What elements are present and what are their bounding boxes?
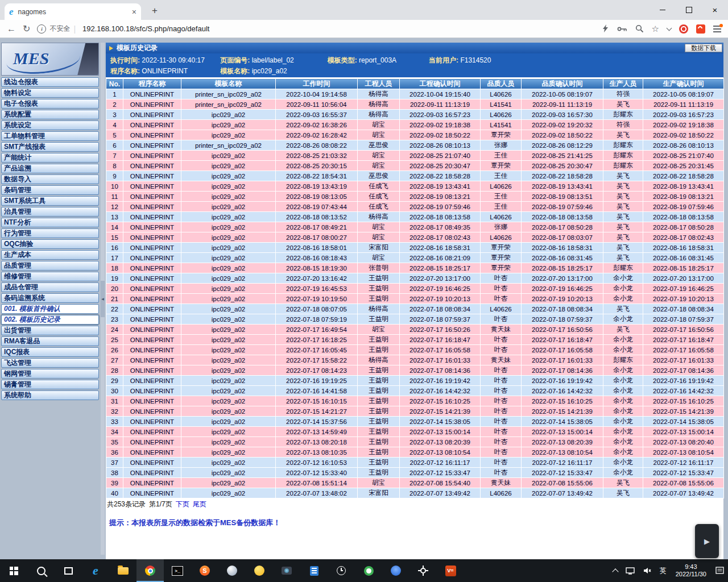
sidebar-item[interactable]: 数据导入 — [1, 174, 99, 184]
sidebar-item[interactable]: 线边仓报表 — [1, 77, 99, 87]
table-cell: 余小龙 — [603, 294, 643, 304]
minimize-button[interactable] — [650, 0, 676, 20]
sidebar-item[interactable]: IQC报表 — [1, 347, 99, 357]
v-app-icon[interactable]: V= — [437, 559, 464, 582]
sidebar-item[interactable]: 产能统计 — [1, 153, 99, 163]
browser-menu-icon[interactable] — [713, 26, 721, 32]
sidebar-item[interactable]: 品质管理 — [1, 261, 99, 271]
sidebar-subitem[interactable]: 001. 模板首件确认 — [1, 304, 99, 314]
app-blue-circle-icon[interactable] — [382, 559, 410, 582]
task-view-button[interactable] — [55, 559, 82, 582]
close-button[interactable]: × — [702, 0, 728, 20]
table-cell: ONLINEPRINT — [123, 345, 181, 355]
sogou-browser-icon[interactable]: S — [191, 559, 218, 582]
sidebar-item[interactable]: NTF分析 — [1, 218, 99, 227]
security-badge[interactable]: i 不安全 | — [37, 24, 76, 34]
browser2-icon[interactable] — [355, 559, 382, 582]
sidebar-item[interactable]: 系统设定 — [1, 120, 99, 130]
table-cell: ipc029_a02 — [181, 212, 276, 222]
extension-red-square-icon[interactable] — [696, 24, 705, 34]
browser-tab[interactable]: e nagomes × — [5, 3, 141, 20]
file-explorer-icon[interactable] — [109, 559, 136, 582]
table-cell: 王益明 — [358, 284, 400, 294]
sidebar-item[interactable]: 条码管理 — [1, 185, 99, 195]
table-cell: 2022-09-02 18:50:22 — [522, 130, 603, 140]
splitter-collapse-icon[interactable]: ◀ — [101, 281, 105, 317]
table-cell: 王益明 — [358, 447, 400, 458]
sidebar-item[interactable]: SMT产线报表 — [1, 142, 99, 152]
table-cell: ipc029_a02 — [181, 386, 276, 396]
sidebar-item[interactable]: 产品追溯 — [1, 164, 99, 173]
sidebar-item[interactable]: 飞达管理 — [1, 358, 99, 368]
ie-icon[interactable]: e — [82, 559, 109, 582]
table-cell: ONLINEPRINT — [123, 140, 181, 151]
table-cell: 宋富阳 — [358, 488, 400, 498]
screenshot-tool-icon[interactable] — [273, 559, 300, 582]
action-center-button[interactable] — [712, 559, 728, 582]
table-row: 16ONLINEPRINTipc029_a022022-08-16 18:58:… — [106, 243, 724, 253]
sidebar-item[interactable]: 系统帮助 — [1, 390, 99, 400]
sidebar-item[interactable]: 成品仓管理 — [1, 282, 99, 292]
bookmark-star-icon[interactable]: ☆ — [652, 24, 659, 33]
sidebar-item[interactable]: SMT系统工具 — [1, 196, 99, 206]
sidebar-item[interactable]: 物料设定 — [1, 88, 99, 98]
sidebar-item[interactable]: 电子仓报表 — [1, 99, 99, 109]
sidebar-item[interactable]: 出货管理 — [1, 326, 99, 335]
app-silver-icon[interactable] — [218, 559, 246, 582]
table-cell: ipc029_a02 — [181, 110, 276, 120]
table-cell: 2022-07-17 16:50:56 — [643, 325, 724, 335]
ime-indicator[interactable]: 英 — [656, 559, 671, 582]
screen-recorder-widget[interactable]: ▶ — [695, 524, 719, 558]
data-download-button[interactable]: 数据下载 — [685, 44, 722, 52]
tray-expand-button[interactable] — [609, 559, 622, 582]
extension-red-circle-icon[interactable] — [679, 24, 688, 34]
table-row: 11ONLINEPRINTipc029_a022022-08-19 08:13:… — [106, 192, 724, 202]
table-cell: 2022-07-13 08:10:54 — [522, 447, 603, 458]
last-page-link[interactable]: 尾页 — [193, 500, 206, 508]
sidebar-item[interactable]: 钢网管理 — [1, 369, 99, 379]
table-cell: 2022-07-15 16:10:25 — [400, 396, 481, 406]
volume-button[interactable] — [639, 559, 656, 582]
new-tab-button[interactable]: + — [148, 4, 162, 18]
taskbar-clock[interactable]: 9:43 2022/11/30 — [671, 563, 712, 578]
sidebar-subitem[interactable]: 002. 模板历史记录 — [1, 315, 99, 325]
sidebar-item[interactable]: 系统配置 — [1, 110, 99, 119]
tab-close-icon[interactable]: × — [132, 8, 136, 16]
sidebar-item[interactable]: RMA客退品 — [1, 336, 99, 346]
chevron-down-icon[interactable] — [667, 25, 672, 31]
sidebar-item[interactable]: 锡膏管理 — [1, 380, 99, 389]
sidebar-item[interactable]: OQC抽验 — [1, 239, 99, 249]
sidebar-splitter[interactable]: ◀ — [101, 43, 105, 555]
search-button[interactable] — [27, 559, 55, 582]
sidebar-item[interactable]: 维修管理 — [1, 272, 99, 281]
refresh-icon[interactable]: ↻ — [23, 24, 30, 34]
sidebar-item[interactable]: 生产成本 — [1, 250, 99, 260]
table-cell: 余小龙 — [603, 284, 643, 294]
url-input[interactable]: 192.168.100.18/sfc/S.php/nago/default — [82, 24, 595, 33]
chrome-icon[interactable] — [136, 559, 164, 582]
settings-gear-icon[interactable] — [410, 559, 437, 582]
key-icon[interactable] — [617, 26, 627, 32]
table-cell: 11 — [106, 192, 123, 202]
app-yellow-icon[interactable] — [246, 559, 273, 582]
table-cell: 2022-09-02 19:20:32 — [522, 120, 603, 130]
sidebar-item[interactable]: 条码追溯系统 — [1, 293, 99, 303]
clock-app-icon[interactable] — [328, 559, 355, 582]
next-page-link[interactable]: 下页 — [176, 500, 189, 508]
restore-button[interactable] — [676, 0, 702, 20]
record-count: 共253条记录 — [107, 500, 146, 508]
terminal-icon[interactable]: >_ — [164, 559, 191, 582]
start-button[interactable] — [0, 559, 27, 582]
zoom-icon[interactable] — [635, 24, 644, 33]
lightning-icon[interactable] — [602, 24, 609, 33]
table-cell: 王益明 — [358, 365, 400, 376]
sidebar-item[interactable]: 治具管理 — [1, 207, 99, 217]
back-icon[interactable]: ← — [7, 24, 16, 34]
network-button[interactable] — [622, 559, 639, 582]
wps-doc-icon[interactable] — [300, 559, 328, 582]
sidebar-item[interactable]: 工单物料管理 — [1, 131, 99, 141]
table-cell: 叶杏 — [481, 427, 522, 437]
sidebar-item[interactable]: 行为管理 — [1, 228, 99, 238]
table-cell: ONLINEPRINT — [123, 232, 181, 243]
table-cell: 2022-07-15 16:10:25 — [522, 396, 603, 406]
